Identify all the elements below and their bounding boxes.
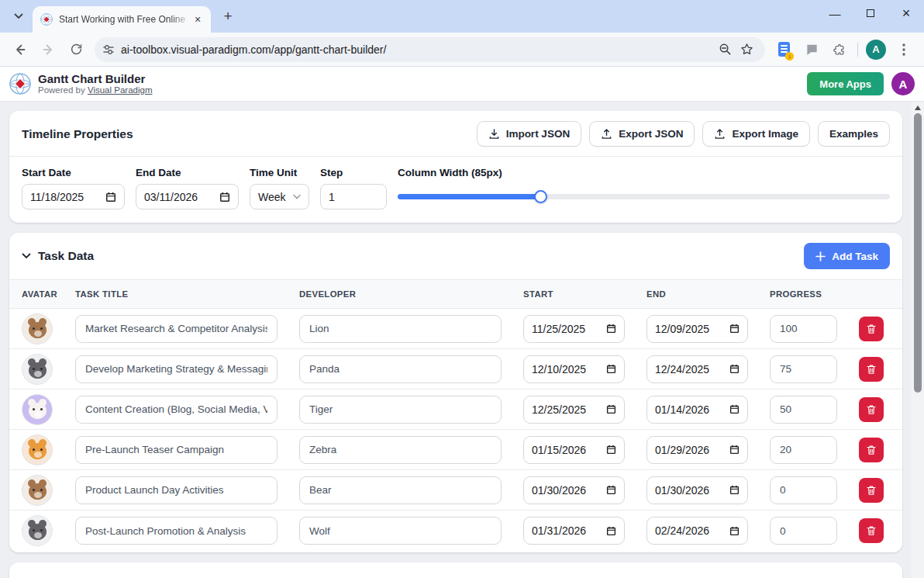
export-json-button[interactable]: Export JSON [589, 121, 695, 147]
task-title-input[interactable] [75, 396, 278, 424]
avatar-rabbit [22, 394, 53, 425]
browser-profile-button[interactable]: A [864, 38, 888, 61]
delete-task-button[interactable] [859, 518, 884, 543]
import-json-button[interactable]: Import JSON [477, 121, 582, 147]
slider-thumb[interactable] [534, 190, 547, 203]
start-date-input[interactable]: 01/31/2026 [523, 517, 625, 545]
progress-input[interactable] [770, 476, 837, 504]
developer-input[interactable] [299, 436, 502, 464]
end-date-input[interactable]: 01/30/2026 [646, 476, 748, 504]
chevron-down-icon [14, 13, 23, 19]
end-date-input[interactable]: 03/11/2026 [136, 184, 239, 209]
calendar-icon [105, 192, 116, 202]
timeline-title: Timeline Properties [22, 127, 133, 141]
examples-button[interactable]: Examples [818, 121, 890, 147]
start-date-input[interactable]: 01/15/2026 [523, 436, 625, 464]
calendar-icon [729, 404, 740, 414]
step-field: Step 1 [320, 167, 387, 209]
close-icon[interactable]: × [888, 0, 924, 26]
table-row: 11/25/2025 12/09/2025 [9, 309, 902, 349]
developer-input[interactable] [299, 517, 502, 545]
task-title-input[interactable] [75, 436, 278, 464]
docs-offline-button[interactable]: ↓ [772, 38, 795, 61]
live-preview-card: Live Preview [9, 562, 902, 578]
time-unit-select[interactable]: Week [250, 184, 309, 209]
developer-input[interactable] [299, 396, 502, 424]
page-scrollbar[interactable] [912, 102, 924, 578]
delete-task-button[interactable] [859, 478, 884, 503]
browser-tab[interactable]: Start Working with Free Online × [33, 6, 211, 33]
delete-task-button[interactable] [859, 397, 884, 422]
comment-button[interactable] [800, 38, 823, 61]
slider-track[interactable] [398, 194, 890, 199]
task-title-input[interactable] [75, 355, 278, 383]
comment-icon [805, 43, 819, 56]
maximize-icon[interactable] [853, 0, 888, 26]
progress-input[interactable] [770, 355, 837, 383]
progress-input[interactable] [770, 436, 837, 464]
start-date-input[interactable]: 11/25/2025 [523, 315, 625, 343]
add-task-button[interactable]: Add Task [804, 243, 890, 269]
scrollbar-thumb[interactable] [914, 113, 922, 393]
visual-paradigm-link[interactable]: Visual Paradigm [88, 85, 153, 95]
start-date-input[interactable]: 12/10/2025 [523, 355, 625, 383]
tab-close-icon[interactable]: × [191, 12, 205, 26]
task-title-input[interactable] [75, 476, 278, 504]
task-title-input[interactable] [75, 315, 278, 343]
table-row: 12/25/2025 01/14/2026 [9, 389, 902, 430]
progress-input[interactable] [770, 517, 837, 545]
new-tab-button[interactable]: + [217, 5, 239, 27]
bookmark-star-button[interactable] [736, 39, 757, 61]
end-date-input[interactable]: 01/14/2026 [646, 396, 748, 424]
table-row: 01/15/2026 01/29/2026 [9, 430, 902, 470]
end-date-input[interactable]: 12/09/2025 [646, 315, 748, 343]
zoom-out-button[interactable] [714, 39, 736, 61]
calendar-icon [606, 364, 616, 374]
site-settings-icon[interactable] [102, 43, 115, 56]
task-data-head: Task Data Add Task [9, 233, 902, 279]
column-width-field: Column Width (85px) [398, 167, 890, 209]
delete-task-button[interactable] [859, 357, 884, 382]
url-text[interactable]: ai-toolbox.visual-paradigm.com/app/gantt… [121, 43, 714, 56]
scroll-up-arrow-icon[interactable] [915, 106, 921, 110]
column-width-slider[interactable] [398, 184, 890, 209]
task-data-collapse[interactable]: Task Data [22, 249, 94, 263]
start-date-input[interactable]: 11/18/2025 [22, 184, 125, 209]
end-date-input[interactable]: 01/29/2026 [646, 436, 748, 464]
tab-title: Start Working with Free Online [59, 14, 191, 25]
end-date-input[interactable]: 02/24/2026 [646, 517, 748, 545]
progress-input[interactable] [770, 315, 837, 343]
delete-task-button[interactable] [859, 438, 884, 462]
developer-input[interactable] [299, 476, 502, 504]
reload-button[interactable] [64, 37, 88, 62]
task-title-input[interactable] [75, 517, 278, 545]
end-date-input[interactable]: 12/24/2025 [646, 355, 748, 383]
step-input[interactable]: 1 [320, 184, 387, 209]
url-bar[interactable]: ai-toolbox.visual-paradigm.com/app/gantt… [95, 37, 765, 62]
browser-menu-button[interactable] [892, 38, 915, 61]
delete-task-button[interactable] [859, 317, 884, 341]
calendar-icon [729, 324, 740, 334]
toolbar-divider [857, 43, 858, 57]
more-apps-button[interactable]: More Apps [807, 72, 884, 95]
app-titles: Gantt Chart Builder Powered by Visual Pa… [38, 72, 807, 95]
progress-input[interactable] [770, 396, 837, 424]
page-content: Timeline Properties Import JSON Export J… [0, 102, 924, 578]
tab-search-button[interactable] [8, 5, 29, 27]
start-date-input[interactable]: 12/25/2025 [523, 396, 625, 424]
back-button[interactable] [8, 37, 33, 62]
user-avatar[interactable]: A [891, 72, 915, 95]
developer-input[interactable] [299, 355, 502, 383]
minimize-icon[interactable]: — [817, 0, 853, 26]
forward-button[interactable] [36, 37, 60, 62]
developer-input[interactable] [299, 315, 502, 343]
extensions-button[interactable] [828, 38, 851, 61]
start-date-input[interactable]: 01/30/2026 [523, 476, 625, 504]
timeline-properties-card: Timeline Properties Import JSON Export J… [9, 111, 902, 223]
bookmark-star-icon [740, 43, 753, 56]
export-image-button[interactable]: Export Image [702, 121, 810, 147]
calendar-icon [606, 485, 616, 495]
task-data-title: Task Data [38, 249, 94, 263]
browser-tab-strip: Start Working with Free Online × + — × [0, 0, 924, 33]
upload-icon [714, 128, 726, 140]
